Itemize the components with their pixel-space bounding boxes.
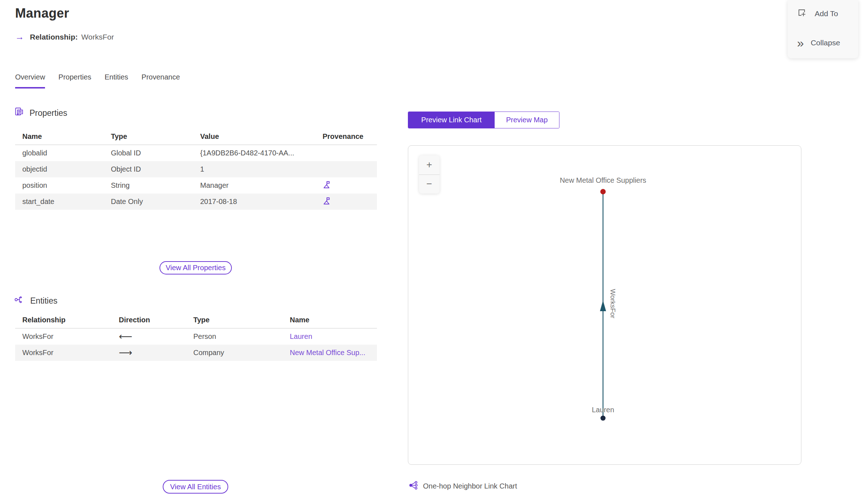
entity-type: Company <box>193 349 290 357</box>
prop-provenance <box>323 197 377 207</box>
relationship-label: Relationship: <box>30 33 78 41</box>
relationship-arrow-icon: → <box>15 32 24 41</box>
provenance-flag-icon[interactable] <box>323 181 331 191</box>
zoom-out-button[interactable]: − <box>419 175 440 194</box>
prop-type: Object ID <box>111 165 200 173</box>
tab-overview[interactable]: Overview <box>15 73 45 88</box>
zoom-in-button[interactable]: + <box>419 155 440 175</box>
col-type: Type <box>111 132 200 141</box>
collapse-button[interactable]: » Collapse <box>797 37 840 49</box>
prop-name: start_date <box>22 197 111 206</box>
add-to-button[interactable]: Add To <box>797 8 838 19</box>
prop-name: globalid <box>22 149 111 157</box>
collapse-icon: » <box>797 37 803 49</box>
table-row: WorksFor ⟵ Person Lauren <box>15 328 377 345</box>
chart-caption: One-hop Neighbor Link Chart <box>409 481 517 492</box>
bottom-node-label: Lauren <box>592 406 614 414</box>
relationship-subheader: → Relationship: WorksFor <box>15 32 114 41</box>
tab-properties[interactable]: Properties <box>58 73 91 88</box>
entity-relationship: WorksFor <box>22 332 119 341</box>
prop-value: 2017-08-18 <box>200 197 323 206</box>
col-value: Value <box>200 132 323 141</box>
view-all-entities-button[interactable]: View All Entities <box>163 480 228 494</box>
prop-value: 1 <box>200 165 323 173</box>
prop-value: {1A9DB2B6-D482-4170-AA... <box>200 149 323 157</box>
tab-entities[interactable]: Entities <box>105 73 129 88</box>
col-provenance: Provenance <box>323 132 377 141</box>
col-type: Type <box>193 316 290 324</box>
table-row: start_date Date Only 2017-08-18 <box>15 194 377 210</box>
link-chart-graph[interactable]: WorksFor New Metal Office Suppliers Laur… <box>408 146 801 464</box>
table-row: WorksFor ⟶ Company New Metal Office Sup.… <box>15 345 377 361</box>
bottom-node[interactable] <box>600 416 606 421</box>
view-all-properties-button[interactable]: View All Properties <box>159 261 232 274</box>
table-row: globalid Global ID {1A9DB2B6-D482-4170-A… <box>15 145 377 161</box>
zoom-control: + − <box>419 155 440 194</box>
col-name: Name <box>22 132 111 141</box>
entities-icon <box>14 295 24 307</box>
prop-name: position <box>22 181 111 190</box>
entity-name-link[interactable]: New Metal Office Sup... <box>290 349 377 357</box>
preview-link-chart-button[interactable]: Preview Link Chart <box>408 112 495 128</box>
properties-section-header: Properties <box>14 107 67 119</box>
top-node-label: New Metal Office Suppliers <box>560 176 646 184</box>
entity-relationship: WorksFor <box>22 349 119 357</box>
relationship-value: WorksFor <box>81 33 114 41</box>
edge-label: WorksFor <box>609 289 617 318</box>
entities-table-header: Relationship Direction Type Name <box>15 312 377 328</box>
chart-caption-text: One-hop Neighbor Link Chart <box>423 482 517 490</box>
provenance-flag-icon[interactable] <box>323 197 331 207</box>
entities-section-title: Entities <box>30 296 57 306</box>
prop-type: Date Only <box>111 197 200 206</box>
add-to-icon <box>797 8 807 19</box>
edge-arrowhead <box>600 300 606 311</box>
preview-toggle: Preview Link Chart Preview Map <box>408 112 559 128</box>
collapse-label: Collapse <box>811 38 840 47</box>
direction-arrow-icon: ⟶ <box>119 347 193 358</box>
entity-type: Person <box>193 332 290 341</box>
entities-section-header: Entities <box>14 295 57 307</box>
one-hop-link-chart-icon <box>409 481 418 492</box>
add-to-label: Add To <box>815 9 838 18</box>
col-direction: Direction <box>119 316 193 324</box>
properties-section-title: Properties <box>30 108 67 118</box>
properties-table-header: Name Type Value Provenance <box>15 128 377 145</box>
properties-icon <box>14 107 24 119</box>
col-name: Name <box>290 316 377 324</box>
table-row: position String Manager <box>15 177 377 194</box>
tab-bar: Overview Properties Entities Provenance <box>15 73 180 88</box>
preview-map-button[interactable]: Preview Map <box>495 112 559 128</box>
floating-actions-card: Add To » Collapse <box>788 0 858 58</box>
tab-provenance[interactable]: Provenance <box>141 73 180 88</box>
link-chart-panel: WorksFor New Metal Office Suppliers Laur… <box>408 145 801 465</box>
entities-table: Relationship Direction Type Name WorksFo… <box>15 312 377 361</box>
prop-type: Global ID <box>111 149 200 157</box>
prop-type: String <box>111 181 200 190</box>
direction-arrow-icon: ⟵ <box>119 331 193 342</box>
prop-provenance <box>323 181 377 191</box>
entity-name-link[interactable]: Lauren <box>290 332 377 341</box>
page-title: Manager <box>15 6 69 21</box>
prop-name: objectid <box>22 165 111 173</box>
prop-value: Manager <box>200 181 323 190</box>
properties-table: Name Type Value Provenance globalid Glob… <box>15 128 377 210</box>
top-node[interactable] <box>600 189 606 194</box>
table-row: objectid Object ID 1 <box>15 161 377 177</box>
col-relationship: Relationship <box>22 316 119 324</box>
